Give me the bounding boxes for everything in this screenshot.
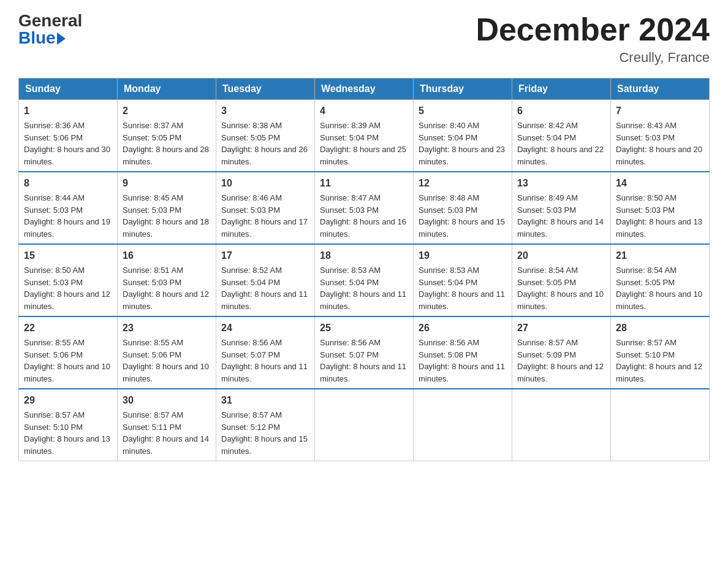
calendar-day-cell: 23Sunrise: 8:55 AMSunset: 5:06 PMDayligh… [118, 316, 216, 389]
day-number: 2 [123, 104, 211, 118]
calendar-day-cell: 13Sunrise: 8:49 AMSunset: 5:03 PMDayligh… [512, 172, 611, 244]
calendar-header-saturday: Saturday [611, 79, 710, 100]
calendar-day-cell: 3Sunrise: 8:38 AMSunset: 5:05 PMDaylight… [216, 100, 315, 172]
day-number: 28 [616, 321, 704, 335]
calendar-day-cell: 4Sunrise: 8:39 AMSunset: 5:04 PMDaylight… [315, 100, 414, 172]
calendar-day-cell: 9Sunrise: 8:45 AMSunset: 5:03 PMDaylight… [118, 172, 216, 244]
day-number: 9 [123, 176, 211, 191]
day-number: 10 [221, 176, 309, 191]
calendar-week-row: 29Sunrise: 8:57 AMSunset: 5:10 PMDayligh… [19, 389, 710, 461]
calendar-week-row: 8Sunrise: 8:44 AMSunset: 5:03 PMDaylight… [19, 172, 710, 244]
calendar-header-row: SundayMondayTuesdayWednesdayThursdayFrid… [19, 79, 710, 100]
calendar-header-monday: Monday [118, 79, 216, 100]
logo: General Blue [18, 12, 82, 47]
calendar-day-cell: 18Sunrise: 8:53 AMSunset: 5:04 PMDayligh… [315, 244, 414, 316]
logo-blue-text: Blue [18, 29, 56, 47]
calendar-day-cell: 31Sunrise: 8:57 AMSunset: 5:12 PMDayligh… [216, 389, 315, 461]
calendar-day-cell [512, 389, 611, 461]
day-number: 31 [221, 393, 309, 408]
day-number: 1 [24, 104, 112, 118]
calendar-day-cell: 26Sunrise: 8:56 AMSunset: 5:08 PMDayligh… [414, 316, 512, 389]
day-number: 30 [123, 393, 211, 408]
calendar-day-cell: 27Sunrise: 8:57 AMSunset: 5:09 PMDayligh… [512, 316, 611, 389]
day-number: 3 [221, 104, 309, 118]
calendar-header-wednesday: Wednesday [315, 79, 414, 100]
calendar-day-cell [611, 389, 710, 461]
day-number: 14 [616, 176, 704, 191]
calendar-day-cell: 12Sunrise: 8:48 AMSunset: 5:03 PMDayligh… [414, 172, 512, 244]
calendar-day-cell: 8Sunrise: 8:44 AMSunset: 5:03 PMDaylight… [19, 172, 118, 244]
calendar-header-thursday: Thursday [414, 79, 512, 100]
day-number: 12 [419, 176, 507, 191]
day-number: 5 [419, 104, 507, 118]
day-number: 17 [221, 248, 309, 263]
day-number: 27 [517, 321, 605, 335]
calendar-table: SundayMondayTuesdayWednesdayThursdayFrid… [18, 78, 710, 461]
calendar-day-cell [414, 389, 512, 461]
day-number: 20 [517, 248, 605, 263]
day-number: 19 [419, 248, 507, 263]
calendar-day-cell: 22Sunrise: 8:55 AMSunset: 5:06 PMDayligh… [19, 316, 118, 389]
calendar-day-cell: 14Sunrise: 8:50 AMSunset: 5:03 PMDayligh… [611, 172, 710, 244]
day-number: 29 [24, 393, 112, 408]
calendar-header-tuesday: Tuesday [216, 79, 315, 100]
day-number: 13 [517, 176, 605, 191]
calendar-day-cell: 11Sunrise: 8:47 AMSunset: 5:03 PMDayligh… [315, 172, 414, 244]
calendar-day-cell: 25Sunrise: 8:56 AMSunset: 5:07 PMDayligh… [315, 316, 414, 389]
calendar-day-cell: 15Sunrise: 8:50 AMSunset: 5:03 PMDayligh… [19, 244, 118, 316]
calendar-day-cell: 7Sunrise: 8:43 AMSunset: 5:03 PMDaylight… [611, 100, 710, 172]
calendar-day-cell: 6Sunrise: 8:42 AMSunset: 5:04 PMDaylight… [512, 100, 611, 172]
day-number: 11 [320, 176, 408, 191]
day-number: 6 [517, 104, 605, 118]
calendar-day-cell: 1Sunrise: 8:36 AMSunset: 5:06 PMDaylight… [19, 100, 118, 172]
logo-arrow-icon [57, 33, 66, 45]
day-number: 16 [123, 248, 211, 263]
calendar-day-cell: 5Sunrise: 8:40 AMSunset: 5:04 PMDaylight… [414, 100, 512, 172]
calendar-day-cell: 10Sunrise: 8:46 AMSunset: 5:03 PMDayligh… [216, 172, 315, 244]
calendar-week-row: 22Sunrise: 8:55 AMSunset: 5:06 PMDayligh… [19, 316, 710, 389]
day-number: 21 [616, 248, 704, 263]
day-number: 26 [419, 321, 507, 335]
day-number: 18 [320, 248, 408, 263]
calendar-day-cell: 2Sunrise: 8:37 AMSunset: 5:05 PMDaylight… [118, 100, 216, 172]
page-header: General Blue December 2024 Creully, Fran… [18, 12, 710, 66]
calendar-day-cell: 24Sunrise: 8:56 AMSunset: 5:07 PMDayligh… [216, 316, 315, 389]
month-title: December 2024 [476, 12, 710, 47]
calendar-day-cell: 29Sunrise: 8:57 AMSunset: 5:10 PMDayligh… [19, 389, 118, 461]
day-number: 25 [320, 321, 408, 335]
calendar-header-friday: Friday [512, 79, 611, 100]
day-number: 22 [24, 321, 112, 335]
day-number: 4 [320, 104, 408, 118]
calendar-day-cell: 21Sunrise: 8:54 AMSunset: 5:05 PMDayligh… [611, 244, 710, 316]
calendar-day-cell [315, 389, 414, 461]
day-number: 23 [123, 321, 211, 335]
calendar-header-sunday: Sunday [19, 79, 118, 100]
location-text: Creully, France [476, 50, 710, 66]
title-block: December 2024 Creully, France [476, 12, 710, 66]
logo-general-text: General [18, 12, 82, 29]
calendar-day-cell: 19Sunrise: 8:53 AMSunset: 5:04 PMDayligh… [414, 244, 512, 316]
day-number: 15 [24, 248, 112, 263]
calendar-week-row: 1Sunrise: 8:36 AMSunset: 5:06 PMDaylight… [19, 100, 710, 172]
calendar-week-row: 15Sunrise: 8:50 AMSunset: 5:03 PMDayligh… [19, 244, 710, 316]
day-number: 7 [616, 104, 704, 118]
day-number: 8 [24, 176, 112, 191]
calendar-day-cell: 30Sunrise: 8:57 AMSunset: 5:11 PMDayligh… [118, 389, 216, 461]
calendar-day-cell: 28Sunrise: 8:57 AMSunset: 5:10 PMDayligh… [611, 316, 710, 389]
calendar-day-cell: 17Sunrise: 8:52 AMSunset: 5:04 PMDayligh… [216, 244, 315, 316]
calendar-day-cell: 20Sunrise: 8:54 AMSunset: 5:05 PMDayligh… [512, 244, 611, 316]
day-number: 24 [221, 321, 309, 335]
calendar-day-cell: 16Sunrise: 8:51 AMSunset: 5:03 PMDayligh… [118, 244, 216, 316]
